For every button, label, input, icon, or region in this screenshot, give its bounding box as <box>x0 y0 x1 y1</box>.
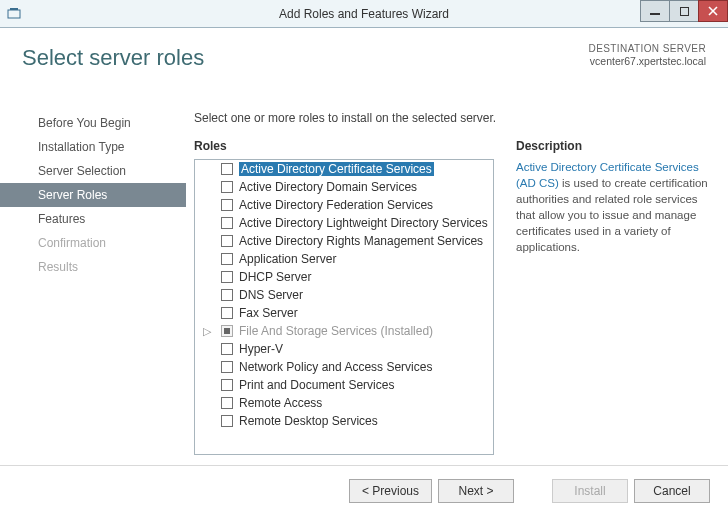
close-icon <box>708 6 718 16</box>
roles-listbox[interactable]: Active Directory Certificate Services Ac… <box>194 159 494 455</box>
checkbox-icon[interactable] <box>221 379 233 391</box>
maximize-icon <box>680 7 689 16</box>
close-button[interactable] <box>698 0 728 22</box>
step-features[interactable]: Features <box>0 207 186 231</box>
button-row: < Previous Next > Install Cancel <box>0 465 728 515</box>
checkbox-icon[interactable] <box>221 181 233 193</box>
role-adlds[interactable]: Active Directory Lightweight Directory S… <box>195 214 491 232</box>
checkbox-icon[interactable] <box>221 397 233 409</box>
role-label: Fax Server <box>239 306 298 320</box>
role-label: File And Storage Services (Installed) <box>239 324 433 338</box>
install-button: Install <box>552 479 628 503</box>
minimize-icon <box>650 13 660 15</box>
steps-sidebar: Before You Begin Installation Type Serve… <box>0 101 186 465</box>
role-label: Hyper-V <box>239 342 283 356</box>
checkbox-icon[interactable] <box>221 307 233 319</box>
window-controls <box>641 0 728 22</box>
role-label: Active Directory Domain Services <box>239 180 417 194</box>
role-label: Remote Access <box>239 396 322 410</box>
instruction-text: Select one or more roles to install on t… <box>194 111 710 125</box>
role-label: Application Server <box>239 252 336 266</box>
page-title: Select server roles <box>22 45 204 71</box>
checkbox-icon[interactable] <box>221 217 233 229</box>
app-icon <box>6 6 22 22</box>
role-file-storage[interactable]: ▷ File And Storage Services (Installed) <box>195 322 491 340</box>
role-fax-server[interactable]: Fax Server <box>195 304 491 322</box>
checkbox-icon[interactable] <box>221 289 233 301</box>
roles-column: Roles Active Directory Certificate Servi… <box>194 139 494 455</box>
svg-rect-1 <box>10 8 18 10</box>
checkbox-icon[interactable] <box>221 199 233 211</box>
role-hyperv[interactable]: Hyper-V <box>195 340 491 358</box>
destination-label: DESTINATION SERVER <box>589 43 706 55</box>
window-title: Add Roles and Features Wizard <box>0 7 728 21</box>
role-dns-server[interactable]: DNS Server <box>195 286 491 304</box>
role-dhcp-server[interactable]: DHCP Server <box>195 268 491 286</box>
checkbox-icon[interactable] <box>221 253 233 265</box>
role-adfs[interactable]: Active Directory Federation Services <box>195 196 491 214</box>
wizard-header: Select server roles DESTINATION SERVER v… <box>0 29 728 101</box>
role-rds[interactable]: Remote Desktop Services <box>195 412 491 430</box>
role-label: Active Directory Certificate Services <box>239 162 434 176</box>
role-nps[interactable]: Network Policy and Access Services <box>195 358 491 376</box>
step-confirmation: Confirmation <box>0 231 186 255</box>
next-button[interactable]: Next > <box>438 479 514 503</box>
role-label: Remote Desktop Services <box>239 414 378 428</box>
destination-block: DESTINATION SERVER vcenter67.xpertstec.l… <box>589 43 706 68</box>
checkbox-icon[interactable] <box>221 271 233 283</box>
checkbox-icon[interactable] <box>221 415 233 427</box>
role-adds[interactable]: Active Directory Domain Services <box>195 178 491 196</box>
step-installation-type[interactable]: Installation Type <box>0 135 186 159</box>
minimize-button[interactable] <box>640 0 670 22</box>
role-label: Active Directory Federation Services <box>239 198 433 212</box>
description-header: Description <box>516 139 710 153</box>
wizard-body: Select server roles DESTINATION SERVER v… <box>0 28 728 515</box>
role-label: Active Directory Lightweight Directory S… <box>239 216 488 230</box>
titlebar: Add Roles and Features Wizard <box>0 0 728 28</box>
main-pane: Select one or more roles to install on t… <box>186 101 728 465</box>
checkbox-icon[interactable] <box>221 343 233 355</box>
checkbox-icon[interactable] <box>221 235 233 247</box>
role-label: Print and Document Services <box>239 378 394 392</box>
checkbox-icon[interactable] <box>221 361 233 373</box>
role-label: Network Policy and Access Services <box>239 360 432 374</box>
roles-header: Roles <box>194 139 494 153</box>
expand-icon[interactable]: ▷ <box>203 325 213 338</box>
role-label: Active Directory Rights Management Servi… <box>239 234 483 248</box>
wizard-content: Before You Begin Installation Type Serve… <box>0 101 728 465</box>
role-adrms[interactable]: Active Directory Rights Management Servi… <box>195 232 491 250</box>
roles-row: Roles Active Directory Certificate Servi… <box>194 139 710 455</box>
checkbox-icon <box>221 325 233 337</box>
role-application-server[interactable]: Application Server <box>195 250 491 268</box>
role-label: DHCP Server <box>239 270 311 284</box>
description-column: Description Active Directory Certificate… <box>516 139 710 455</box>
maximize-button[interactable] <box>669 0 699 22</box>
cancel-button[interactable]: Cancel <box>634 479 710 503</box>
step-results: Results <box>0 255 186 279</box>
description-text: Active Directory Certificate Services (A… <box>516 159 710 256</box>
checkbox-icon[interactable] <box>221 163 233 175</box>
role-print[interactable]: Print and Document Services <box>195 376 491 394</box>
role-remote-access[interactable]: Remote Access <box>195 394 491 412</box>
previous-button[interactable]: < Previous <box>349 479 432 503</box>
roles-scroll[interactable]: Active Directory Certificate Services Ac… <box>195 160 493 454</box>
role-adcs[interactable]: Active Directory Certificate Services <box>195 160 491 178</box>
step-before-you-begin[interactable]: Before You Begin <box>0 111 186 135</box>
steps-list: Before You Begin Installation Type Serve… <box>0 111 186 279</box>
step-server-roles[interactable]: Server Roles <box>0 183 186 207</box>
role-label: DNS Server <box>239 288 303 302</box>
svg-rect-0 <box>8 10 20 18</box>
destination-host: vcenter67.xpertstec.local <box>589 55 706 68</box>
step-server-selection[interactable]: Server Selection <box>0 159 186 183</box>
